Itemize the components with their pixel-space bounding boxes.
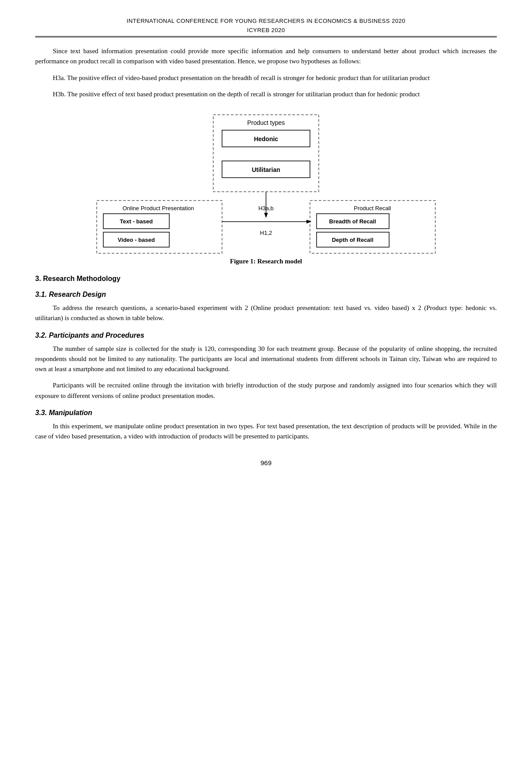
text-based-label: Text - based bbox=[120, 218, 153, 225]
section-31-heading: 3.1. Research Design bbox=[35, 291, 497, 299]
section-3-heading: 3. Research Methodology bbox=[35, 275, 497, 283]
video-based-label: Video - based bbox=[118, 237, 155, 243]
section-32-heading: 3.2. Participants and Procedures bbox=[35, 332, 497, 339]
section-32-text2: Participants will be recruited online th… bbox=[35, 380, 497, 401]
section-33-heading: 3.3. Manipulation bbox=[35, 409, 497, 417]
online-product-presentation-label: Online Product Presentation bbox=[123, 205, 194, 212]
figure-container: Product types Hedonic Utilitarian Online… bbox=[95, 113, 437, 265]
depth-of-recall-label: Depth of Recall bbox=[332, 237, 374, 243]
section-33-text: In this experiment, we manipulate online… bbox=[35, 421, 497, 442]
h12-label: H1,2 bbox=[260, 230, 272, 236]
header-divider bbox=[35, 36, 497, 37]
product-types-label: Product types bbox=[247, 119, 285, 126]
page-number: 969 bbox=[35, 459, 497, 467]
header-line1: INTERNATIONAL CONFERENCE FOR YOUNG RESEA… bbox=[35, 18, 497, 24]
header-line2: ICYREB 2020 bbox=[35, 27, 497, 33]
section-31-text: To address the research questions, a sce… bbox=[35, 303, 497, 324]
svg-rect-0 bbox=[213, 115, 319, 192]
paragraph-2: H3a. The positive effect of video-based … bbox=[35, 73, 497, 83]
hedonic-label: Hedonic bbox=[254, 135, 278, 142]
figure-caption: Figure 1: Research model bbox=[95, 258, 437, 265]
research-model-diagram: Product types Hedonic Utilitarian Online… bbox=[95, 113, 437, 258]
paragraph-1: Since text based information presentatio… bbox=[35, 46, 497, 67]
utilitarian-label: Utilitarian bbox=[252, 166, 281, 173]
product-recall-label: Product Recall bbox=[354, 205, 391, 212]
paragraph-3: H3b. The positive effect of text based p… bbox=[35, 89, 497, 99]
page: INTERNATIONAL CONFERENCE FOR YOUNG RESEA… bbox=[0, 0, 532, 766]
section-32-text: The number of sample size is collected f… bbox=[35, 344, 497, 375]
breadth-of-recall-label: Breadth of Recall bbox=[329, 218, 376, 225]
